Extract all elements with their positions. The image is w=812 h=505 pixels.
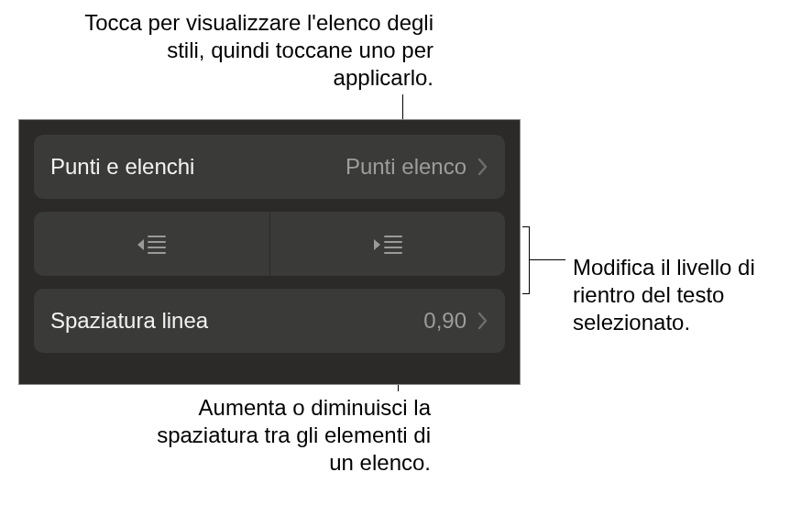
bullets-and-lists-row[interactable]: Punti e elenchi Punti elenco [34,135,505,199]
line-spacing-value: 0,90 [423,308,466,334]
indent-controls [34,212,505,276]
callout-indent-level: Modifica il livello di rientro del testo… [573,254,807,336]
chevron-right-icon [477,312,488,330]
increase-indent-button[interactable] [269,212,506,276]
callout-leader-line [529,259,565,260]
callout-styles-list: Tocca per visualizzare l'elenco degli st… [67,9,433,92]
line-spacing-label: Spaziatura linea [50,308,423,334]
callout-bracket [522,293,530,294]
line-spacing-row[interactable]: Spaziatura linea 0,90 [34,289,505,353]
increase-indent-icon [372,233,403,255]
decrease-indent-icon [136,233,167,255]
callout-line-spacing: Aumenta o diminuisci la spaziatura tra g… [128,394,431,477]
format-panel: Punti e elenchi Punti elenco [18,119,521,385]
decrease-indent-button[interactable] [34,212,269,276]
bullets-and-lists-label: Punti e elenchi [50,154,346,180]
callout-bracket [522,226,530,227]
callout-bracket [529,226,530,293]
bullets-and-lists-value: Punti elenco [346,154,466,180]
chevron-right-icon [477,158,488,176]
